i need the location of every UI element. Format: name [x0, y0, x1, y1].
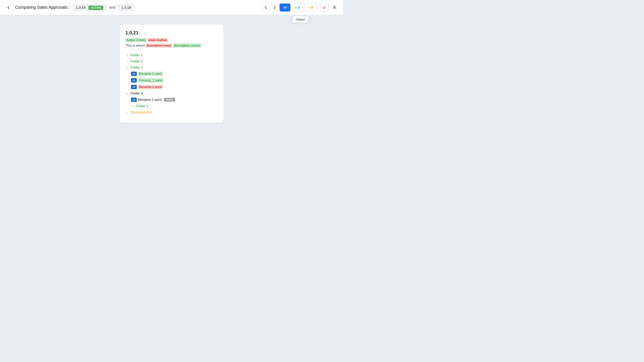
filter-all-button[interactable]: All: [280, 4, 290, 12]
folder-3-children: Ui filename 1.xaml Ui Process_1.xaml Ui …: [126, 70, 218, 90]
filename1-green-label: filename 1.xaml: [138, 72, 163, 76]
file-filename1-green[interactable]: Ui filename 1.xaml: [131, 70, 218, 77]
ui-file-icon: Ui: [131, 85, 137, 89]
close-button[interactable]: ✕: [330, 4, 338, 12]
dependencies-label: Dependencies: [130, 110, 152, 114]
chevron-right-icon: ›: [131, 104, 135, 108]
desc-removed: description come: [146, 43, 172, 48]
filename2-label: filename 2.xaml: [138, 98, 161, 102]
folder-2-item[interactable]: › Folder 2: [126, 58, 218, 64]
desc-added: description comes: [173, 43, 201, 48]
back-button[interactable]: [5, 4, 12, 11]
added-tooltip: Added: [292, 16, 308, 23]
folder-4-children: Ui filename 2.xaml MAIN › Folder 1: [126, 96, 218, 109]
ui-file-icon: Ui: [131, 72, 137, 76]
filter-removed-button[interactable]: - 3: [317, 4, 328, 12]
card-version: 1.0.21: [126, 30, 218, 36]
filter-modified-button[interactable]: ~ 4: [304, 4, 316, 12]
next-button[interactable]: [270, 4, 279, 12]
version-right-badge: 1.0.18: [118, 4, 134, 10]
ui-file-icon: Ui: [131, 78, 137, 82]
process1-label: Process_1.xaml: [138, 78, 163, 82]
folder-2-label: Folder 2: [130, 60, 142, 63]
page-title: Comparing Sales Approvals :: [15, 5, 70, 10]
chevron-right-icon: ›: [126, 53, 129, 57]
card-authors: Andra Coven Mark Raffalo: [126, 38, 218, 42]
card-description: This is where description come descripti…: [126, 44, 218, 47]
author-added: Andra Coven: [126, 38, 146, 42]
folder-4-item[interactable]: ⌄ Folder 4: [126, 90, 218, 96]
comparison-card: 1.0.21 Andra Coven Mark Raffalo This is …: [120, 24, 224, 123]
active-status-badge: ACTIVE: [88, 6, 103, 10]
file-process1[interactable]: Ui Process_1.xaml: [131, 77, 218, 84]
and-label: and: [109, 6, 116, 10]
header: Comparing Sales Approvals : 1.0.19 ACTIV…: [0, 0, 343, 15]
version-left-badge: 1.0.19 ACTIVE: [72, 4, 106, 10]
ui-file-icon: Ui: [131, 98, 137, 102]
dependencies-item[interactable]: › Dependencies: [126, 109, 218, 115]
chevron-down-icon: ⌄: [126, 92, 129, 95]
desc-static: This is where: [126, 44, 145, 47]
chevron-down-icon: ⌄: [126, 66, 129, 69]
folder-4-label: Folder 4: [130, 92, 142, 95]
author-removed: Mark Raffalo: [148, 38, 168, 42]
file-filename2-main[interactable]: Ui filename 2.xaml MAIN: [131, 96, 218, 103]
nested-folder-1-item[interactable]: › Folder 1: [131, 103, 218, 109]
folder-3-item[interactable]: ⌄ Folder 3: [126, 64, 218, 70]
chevron-right-icon: ›: [126, 110, 129, 114]
folder-1-label: Folder 1: [130, 53, 142, 57]
prev-button[interactable]: [262, 4, 270, 12]
main-badge: MAIN: [164, 98, 175, 102]
filter-added-button[interactable]: + 4: [291, 4, 304, 12]
nested-folder-1-label: Folder 1: [136, 104, 148, 108]
folder-3-label: Folder 3: [130, 66, 142, 69]
filename1-red-label: filename 1.xaml: [138, 85, 163, 89]
main-content: 1.0.21 Andra Coven Mark Raffalo This is …: [0, 15, 343, 181]
chevron-right-icon: ›: [126, 60, 129, 63]
folder-1-item[interactable]: › Folder 1: [126, 52, 218, 58]
filter-controls: All + 4 ~ 4 - 3: [262, 4, 328, 12]
file-filename1-red[interactable]: Ui filename 1.xaml: [131, 84, 218, 90]
